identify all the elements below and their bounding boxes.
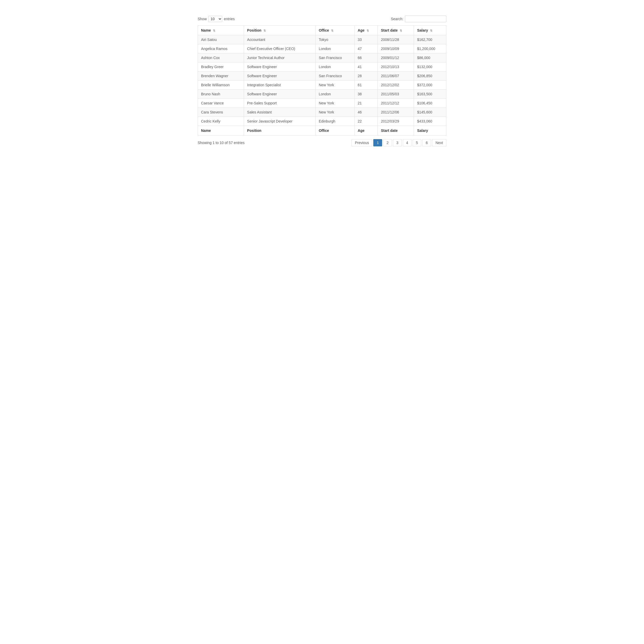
cell-name: Brenden Wagner xyxy=(198,71,244,81)
cell-name: Bradley Greer xyxy=(198,62,244,71)
cell-name: Ashton Cox xyxy=(198,53,244,62)
col-header-name[interactable]: Name ⇅ xyxy=(198,26,244,35)
col-header-office[interactable]: Office ⇅ xyxy=(316,26,354,35)
controls-bottom: Showing 1 to 10 of 57 entries Previous 1… xyxy=(198,139,446,146)
cell-office: San Francisco xyxy=(316,53,354,62)
sort-icon-age: ⇅ xyxy=(367,29,369,32)
cell-age: 28 xyxy=(354,71,378,81)
previous-button[interactable]: Previous xyxy=(352,139,372,146)
show-label-before: Show xyxy=(198,17,207,21)
pagination: Previous 123456Next xyxy=(352,139,446,146)
table-row: Cara StevensSales AssistantNew York46201… xyxy=(198,108,446,117)
cell-position: Senior Javascript Developer xyxy=(244,117,316,126)
cell-age: 22 xyxy=(354,117,378,126)
cell-salary: $206,850 xyxy=(414,71,446,81)
cell-office: Edinburgh xyxy=(316,117,354,126)
table-row: Brenden WagnerSoftware EngineerSan Franc… xyxy=(198,71,446,81)
cell-position: Chief Executive Officer (CEO) xyxy=(244,44,316,53)
foot-col-office: Office xyxy=(316,126,354,135)
foot-col-name: Name xyxy=(198,126,244,135)
table-head: Name ⇅ Position ⇅ Office ⇅ Age ⇅ Start d… xyxy=(198,26,446,35)
cell-start_date: 2008/11/28 xyxy=(378,35,414,44)
cell-office: London xyxy=(316,44,354,53)
table-row: Airi SatouAccountantTokyo332008/11/28$16… xyxy=(198,35,446,44)
table-row: Bruno NashSoftware EngineerLondon382011/… xyxy=(198,90,446,99)
cell-position: Pre-Sales Support xyxy=(244,99,316,108)
page-button-5[interactable]: 5 xyxy=(413,139,421,146)
cell-age: 46 xyxy=(354,108,378,117)
cell-salary: $162,700 xyxy=(414,35,446,44)
cell-office: New York xyxy=(316,81,354,90)
table-row: Angelica RamosChief Executive Officer (C… xyxy=(198,44,446,53)
cell-position: Software Engineer xyxy=(244,62,316,71)
cell-start_date: 2009/01/12 xyxy=(378,53,414,62)
table-row: Ashton CoxJunior Technical AuthorSan Fra… xyxy=(198,53,446,62)
cell-salary: $86,000 xyxy=(414,53,446,62)
main-container: Show 102550100 entries Search: Name ⇅ Po… xyxy=(198,16,446,146)
cell-salary: $163,500 xyxy=(414,90,446,99)
show-label-after: entries xyxy=(224,17,235,21)
cell-salary: $132,000 xyxy=(414,62,446,71)
sort-icon-name: ⇅ xyxy=(213,29,215,32)
cell-start_date: 2009/10/09 xyxy=(378,44,414,53)
cell-start_date: 2011/12/06 xyxy=(378,108,414,117)
sort-icon-position: ⇅ xyxy=(263,29,266,32)
show-entries-control: Show 102550100 entries xyxy=(198,16,235,22)
cell-salary: $433,060 xyxy=(414,117,446,126)
cell-salary: $1,200,000 xyxy=(414,44,446,53)
cell-position: Accountant xyxy=(244,35,316,44)
cell-office: London xyxy=(316,62,354,71)
showing-info: Showing 1 to 10 of 57 entries xyxy=(198,141,245,145)
cell-age: 66 xyxy=(354,53,378,62)
cell-start_date: 2012/03/29 xyxy=(378,117,414,126)
col-header-age[interactable]: Age ⇅ xyxy=(354,26,378,35)
table-row: Bradley GreerSoftware EngineerLondon4120… xyxy=(198,62,446,71)
table-body: Airi SatouAccountantTokyo332008/11/28$16… xyxy=(198,35,446,126)
cell-age: 33 xyxy=(354,35,378,44)
search-input[interactable] xyxy=(405,16,446,22)
page-button-1[interactable]: 1 xyxy=(373,139,382,146)
page-button-3[interactable]: 3 xyxy=(393,139,402,146)
sort-icon-start-date: ⇅ xyxy=(400,29,402,32)
foot-col-salary: Salary xyxy=(414,126,446,135)
cell-position: Software Engineer xyxy=(244,71,316,81)
page-button-2[interactable]: 2 xyxy=(383,139,392,146)
cell-position: Software Engineer xyxy=(244,90,316,99)
search-label: Search: xyxy=(391,17,403,21)
data-table: Name ⇅ Position ⇅ Office ⇅ Age ⇅ Start d… xyxy=(198,25,446,135)
cell-name: Angelica Ramos xyxy=(198,44,244,53)
search-area: Search: xyxy=(391,16,446,22)
cell-age: 38 xyxy=(354,90,378,99)
entries-select[interactable]: 102550100 xyxy=(208,16,222,22)
foot-col-position: Position xyxy=(244,126,316,135)
cell-office: New York xyxy=(316,108,354,117)
cell-name: Brielle Williamson xyxy=(198,81,244,90)
cell-age: 61 xyxy=(354,81,378,90)
cell-position: Junior Technical Author xyxy=(244,53,316,62)
cell-office: San Francisco xyxy=(316,71,354,81)
foot-col-start-date: Start date xyxy=(378,126,414,135)
cell-start_date: 2011/12/12 xyxy=(378,99,414,108)
cell-salary: $106,450 xyxy=(414,99,446,108)
cell-start_date: 2011/06/07 xyxy=(378,71,414,81)
page-button-6[interactable]: 6 xyxy=(422,139,431,146)
footer-row: Name Position Office Age Start date Sala… xyxy=(198,126,446,135)
sort-icon-salary: ⇅ xyxy=(430,29,432,32)
col-header-salary[interactable]: Salary ⇅ xyxy=(414,26,446,35)
cell-salary: $145,600 xyxy=(414,108,446,117)
cell-position: Sales Assistant xyxy=(244,108,316,117)
cell-name: Caesar Vance xyxy=(198,99,244,108)
next-button[interactable]: Next xyxy=(432,139,446,146)
table-foot: Name Position Office Age Start date Sala… xyxy=(198,126,446,135)
cell-start_date: 2011/05/03 xyxy=(378,90,414,99)
header-row: Name ⇅ Position ⇅ Office ⇅ Age ⇅ Start d… xyxy=(198,26,446,35)
cell-position: Integration Specialist xyxy=(244,81,316,90)
table-row: Brielle WilliamsonIntegration Specialist… xyxy=(198,81,446,90)
cell-age: 47 xyxy=(354,44,378,53)
col-header-position[interactable]: Position ⇅ xyxy=(244,26,316,35)
table-row: Caesar VancePre-Sales SupportNew York212… xyxy=(198,99,446,108)
cell-name: Cara Stevens xyxy=(198,108,244,117)
sort-icon-office: ⇅ xyxy=(331,29,333,32)
page-button-4[interactable]: 4 xyxy=(403,139,412,146)
col-header-start-date[interactable]: Start date ⇅ xyxy=(378,26,414,35)
